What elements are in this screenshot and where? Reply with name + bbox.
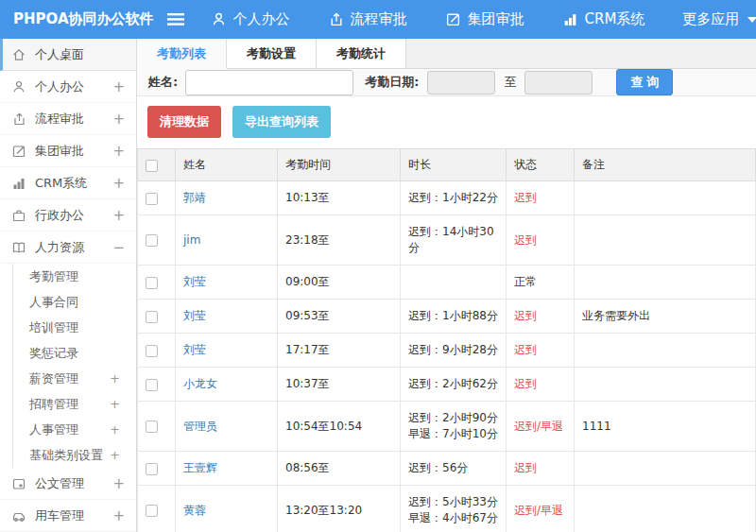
nav-group-approval[interactable]: 集团审批 [445,10,524,28]
row-checkbox[interactable] [146,505,158,517]
search-button[interactable]: 查 询 [616,69,673,95]
sidebar-item-label: 公文管理 [35,475,84,492]
row-checkbox[interactable] [146,193,158,205]
name-filter-input[interactable] [185,70,353,95]
status-cell: 迟到 [507,368,575,402]
nav-crm-system[interactable]: CRM系统 [562,10,645,28]
home-icon [11,47,26,62]
bar-chart-icon [11,176,26,191]
nav-personal-office[interactable]: 个人办公 [211,10,290,28]
user-icon [11,79,26,94]
caret-down-icon [747,17,756,23]
employee-name-link[interactable]: 刘莹 [183,309,206,322]
nav-workflow-approval[interactable]: 流程审批 [328,10,407,28]
duration-cell: 迟到：2小时62分 [401,368,507,402]
sidebar-item-personal-office[interactable]: 个人办公 + [0,71,136,103]
expand-plus-icon[interactable]: + [112,475,125,492]
export-list-button[interactable]: 导出查询列表 [232,106,331,138]
status-cell: 迟到 [507,334,575,368]
tab-attendance-settings[interactable]: 考勤设置 [227,39,317,68]
expand-plus-icon[interactable]: + [112,507,125,524]
row-checkbox[interactable] [146,379,158,391]
sidebar-item-desktop[interactable]: 个人桌面 [0,39,136,71]
expand-plus-icon[interactable]: + [110,371,120,386]
sidebar-subitem-training[interactable]: 培训管理 [13,315,136,340]
row-checkbox[interactable] [146,463,158,475]
row-checkbox[interactable] [146,234,158,247]
expand-plus-icon[interactable]: + [110,397,120,411]
subitem-label: 奖惩记录 [29,345,78,362]
name-filter-label: 姓名: [148,74,178,91]
employee-name-link[interactable]: 管理员 [183,420,217,433]
employee-name-link[interactable]: jim [183,233,200,247]
nav-label: 个人办公 [233,10,290,28]
table-row: 刘莹 09:53至 迟到：1小时88分 迟到 业务需要外出 [138,300,756,334]
sidebar-item-label: 人力资源 [35,239,84,256]
employee-name-link[interactable]: 刘莹 [183,343,206,356]
row-checkbox[interactable] [146,420,158,433]
sidebar-item-label: 集团审批 [35,143,84,160]
date-to-input[interactable] [524,71,593,94]
row-checkbox[interactable] [146,311,158,323]
sidebar-subitem-attendance[interactable]: 考勤管理 [13,264,136,289]
duration-cell: 迟到：14小时30分 [401,215,507,266]
expand-plus-icon[interactable]: + [112,111,125,128]
sidebar-subitem-recruit[interactable]: 招聘管理+ [13,391,136,417]
employee-name-link[interactable]: 刘莹 [183,275,206,288]
expand-plus-icon[interactable]: + [112,207,125,224]
attendance-time: 17:17至 [278,334,401,368]
sidebar-item-vehicle[interactable]: 用车管理 + [0,500,136,532]
sidebar-item-label: 行政办公 [35,207,84,224]
employee-name-link[interactable]: 王壹辉 [183,461,217,474]
duration-cell: 迟到：56分 [401,452,507,486]
row-checkbox[interactable] [146,277,158,289]
sidebar-subitem-personnel[interactable]: 人事管理+ [13,417,136,442]
flow-share-icon [328,11,344,27]
top-header: PHPOA协同办公软件 个人办公 流程审批 集团审批 CRM系统 更多应用 [0,0,756,39]
sidebar-item-label: 个人办公 [35,78,84,95]
edit-icon [445,11,461,27]
tab-attendance-list[interactable]: 考勤列表 [137,39,227,69]
sidebar-item-label: 流程审批 [35,111,84,128]
sidebar-item-group-approval[interactable]: 集团审批 + [0,135,136,167]
expand-plus-icon[interactable]: + [110,448,120,462]
select-all-checkbox[interactable] [146,160,158,172]
nav-more-apps[interactable]: 更多应用 [682,10,756,28]
sidebar-item-documents[interactable]: 公文管理 + [0,468,136,500]
date-from-input[interactable] [427,71,495,94]
employee-name-link[interactable]: 郭靖 [183,191,206,204]
table-row: 黄蓉 13:20至13:20 迟到：5小时33分早退：4小时67分 迟到/早退 [138,486,756,532]
sidebar-subitem-base-category[interactable]: 基础类别设置+ [13,442,136,468]
header-note: 备注 [575,149,756,181]
employee-name-link[interactable]: 黄蓉 [183,504,206,517]
expand-plus-icon[interactable]: + [112,78,125,95]
subitem-label: 人事合同 [29,294,78,311]
subitem-label: 考勤管理 [29,268,78,285]
sidebar-item-workflow-approval[interactable]: 流程审批 + [0,103,136,135]
sidebar-item-admin-office[interactable]: 行政办公 + [0,199,136,232]
expand-plus-icon[interactable]: + [112,175,125,192]
row-checkbox[interactable] [146,345,158,357]
table-row: 郭靖 10:13至 迟到：1小时22分 迟到 [138,181,756,215]
employee-name-link[interactable]: 小龙女 [183,377,217,390]
tab-attendance-stats[interactable]: 考勤统计 [317,39,406,68]
collapse-minus-icon[interactable]: − [112,239,125,256]
status-cell: 迟到 [507,300,575,334]
sidebar-item-crm[interactable]: CRM系统 + [0,167,136,199]
sidebar-subitem-rewards[interactable]: 奖惩记录 [13,340,136,366]
filter-bar: 姓名: 考勤日期: 至 查 询 [137,69,756,96]
attendance-table: 姓名 考勤时间 时长 状态 备注 郭靖 10:13至 迟到：1小时22分 迟到 [137,148,756,532]
header-duration: 时长 [401,149,507,181]
sidebar-subitem-salary[interactable]: 薪资管理+ [13,366,136,391]
note-cell [575,368,756,402]
note-cell [575,266,756,300]
sidebar-item-hr[interactable]: 人力资源 − [0,232,136,264]
expand-plus-icon[interactable]: + [110,422,120,437]
duration-cell: 迟到：9小时28分 [401,334,507,368]
sidebar-subitem-contract[interactable]: 人事合同 [13,289,136,315]
clean-data-button[interactable]: 清理数据 [147,106,221,138]
menu-toggle-button[interactable] [167,13,184,26]
table-row: 小龙女 10:37至 迟到：2小时62分 迟到 [138,368,756,402]
expand-plus-icon[interactable]: + [112,143,125,160]
user-icon [211,11,227,27]
